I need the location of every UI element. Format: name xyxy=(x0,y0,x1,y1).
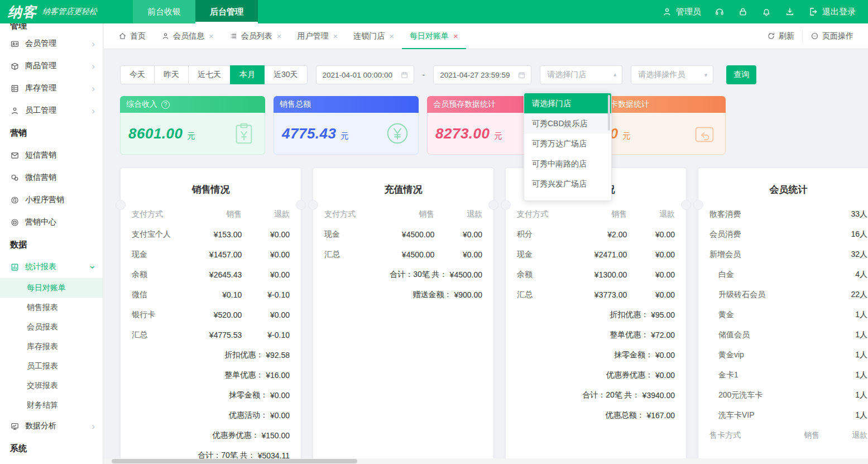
page-tab-label: 会员列表 xyxy=(241,31,272,41)
store-option[interactable]: 可秀中南路的店 xyxy=(524,154,611,174)
sidebar-item[interactable]: 小程序营销 xyxy=(0,189,103,211)
page-tab[interactable]: 会员列表 × xyxy=(222,23,290,49)
help-icon[interactable]: ? xyxy=(161,101,170,109)
sidebar-item[interactable]: 数据分析 xyxy=(0,415,103,437)
chevron-down-icon: ▾ xyxy=(704,71,708,79)
sidebar-item[interactable]: 交班报表 xyxy=(0,376,103,395)
page-tab[interactable]: 会员信息 × xyxy=(154,23,222,49)
member-stat-row: 新增会员 32人 xyxy=(709,245,867,265)
sidebar-item-label: 库存管理 xyxy=(25,83,56,93)
sidebar-item[interactable]: 数据 xyxy=(0,233,103,256)
sales-cell: ¥2471.00 xyxy=(572,250,627,259)
page-ops-button[interactable]: 页面操作 xyxy=(802,30,861,43)
close-icon[interactable]: × xyxy=(453,32,458,40)
stat-card-value: 8601.00 xyxy=(128,125,183,142)
sidebar-item[interactable]: 员工管理 xyxy=(0,99,103,122)
bell-icon[interactable] xyxy=(761,7,771,17)
member-stat-row: 黄金 1人 xyxy=(709,305,867,325)
column-header: 退款 xyxy=(819,430,867,441)
pay-method-cell: 积分 xyxy=(517,229,572,240)
sidebar-item[interactable]: 员工报表 xyxy=(0,356,103,376)
store-option[interactable]: 可秀兴发广场店 xyxy=(524,174,611,194)
stat-card-value: 8273.00 xyxy=(435,125,490,142)
date-to-input[interactable]: 2021-04-27 23:59:59 xyxy=(433,65,531,84)
quick-range-button[interactable]: 近30天 xyxy=(264,65,308,84)
panel-title: 充值情况 xyxy=(313,168,493,204)
download-icon[interactable] xyxy=(785,7,795,17)
store-option[interactable]: 请选择门店 xyxy=(524,93,611,113)
page-tab[interactable]: 首页 xyxy=(111,23,154,49)
sidebar-item-label: 销售报表 xyxy=(27,303,58,313)
operator-select[interactable]: 请选择操作员 ▾ xyxy=(631,65,713,84)
sidebar-item[interactable]: 系统 xyxy=(0,437,103,460)
report-panels: 销售情况 支付方式 销售 退款 支付宝个人 ¥153.00 xyxy=(120,168,687,464)
sidebar-item[interactable]: 统计报表 xyxy=(0,256,103,278)
sidebar-item[interactable]: 库存报表 xyxy=(0,337,103,356)
sms-icon xyxy=(10,151,20,160)
summary-value: ¥16.00 xyxy=(266,371,290,380)
summary-rows: 合计：30笔 共： ¥4500.00 赠送金额： ¥900.00 xyxy=(324,265,482,305)
logout-icon xyxy=(808,7,818,17)
sidebar-item[interactable]: 库存管理 xyxy=(0,77,103,99)
column-header: 销售 xyxy=(380,209,435,219)
goods-icon xyxy=(10,61,20,71)
close-icon[interactable]: × xyxy=(389,32,394,40)
user-name: 管理员 xyxy=(676,7,701,17)
refresh-icon xyxy=(767,32,775,40)
pay-method-cell: 现金 xyxy=(517,250,572,260)
sales-cell: ¥2645.43 xyxy=(187,270,242,279)
page-tab[interactable]: 每日对账单 × xyxy=(402,23,466,49)
sidebar-item[interactable]: 营销 xyxy=(0,122,103,144)
sidebar-item[interactable]: 会员管理 xyxy=(0,32,103,55)
sidebar-item[interactable]: 微信营销 xyxy=(0,166,103,189)
close-icon[interactable]: × xyxy=(209,32,214,40)
quick-range-button[interactable]: 近七天 xyxy=(188,65,231,84)
chevron-up-icon: ▾ xyxy=(613,71,617,79)
quick-range-button[interactable]: 昨天 xyxy=(154,65,189,84)
sidebar-item[interactable]: 销售报表 xyxy=(0,298,103,317)
column-header: 销售 xyxy=(572,209,627,219)
close-icon[interactable]: × xyxy=(277,32,282,40)
summary-label: 折扣优惠： xyxy=(610,310,649,320)
scrollbar-thumb[interactable] xyxy=(112,459,357,463)
logout-button[interactable]: 退出登录 xyxy=(808,7,856,17)
user-menu[interactable]: 管理员 xyxy=(662,7,701,17)
sidebar-item[interactable]: 商品管理 xyxy=(0,55,103,77)
date-from-input[interactable]: 2021-04-01 00:00:00 xyxy=(316,65,414,84)
stat-card-header: 综合收入 ? xyxy=(120,96,265,113)
headset-icon[interactable] xyxy=(714,7,725,17)
lock-icon[interactable] xyxy=(738,7,748,17)
refresh-button[interactable]: 刷新 xyxy=(759,30,802,43)
page-tab-label: 用户管理 xyxy=(298,31,329,41)
sidebar-item[interactable]: 管理 xyxy=(0,23,103,32)
summary-label: 合计：30笔 共： xyxy=(390,270,447,280)
page-tab-label: 连锁门店 xyxy=(353,31,385,41)
topnav-tab[interactable]: 前台收银 xyxy=(133,0,195,23)
sidebar-item[interactable]: 财务结算 xyxy=(0,395,103,415)
column-header: 售卡方式 xyxy=(709,430,765,441)
member-stat-label: 白金 xyxy=(709,270,855,280)
close-icon[interactable]: × xyxy=(333,32,338,40)
summary-label: 优惠券优惠： xyxy=(212,430,259,441)
sidebar-item[interactable]: 每日对账单 xyxy=(0,278,103,298)
report-panel: 销售情况 支付方式 销售 退款 支付宝个人 ¥153.00 xyxy=(120,168,301,464)
topnav-tab[interactable]: 后台管理 xyxy=(195,0,258,23)
store-option[interactable]: 可秀CBD娱乐店 xyxy=(524,113,611,133)
page-tab[interactable]: 连锁门店 × xyxy=(346,23,402,49)
sidebar-item-label: 每日对账单 xyxy=(27,283,66,293)
dropdown-scrollbar-thumb[interactable] xyxy=(608,95,610,131)
list-icon xyxy=(229,32,238,40)
sidebar-item[interactable]: 短信营销 xyxy=(0,144,103,166)
sidebar-item[interactable]: 营销中心 xyxy=(0,211,103,233)
store-option[interactable]: 可秀万达广场店 xyxy=(524,133,611,154)
summary-value: ¥900.00 xyxy=(454,290,482,299)
quick-range-button[interactable]: 本月 xyxy=(230,65,265,84)
sidebar-item[interactable]: 会员报表 xyxy=(0,317,103,337)
table-row: 汇总 ¥3773.00 ¥0.00 xyxy=(517,285,675,305)
sidebar-item-label: 财务结算 xyxy=(27,400,58,410)
page-tab[interactable]: 用户管理 × xyxy=(290,23,346,49)
store-select[interactable]: 请选择门店 ▾ xyxy=(540,65,622,84)
quick-range-button[interactable]: 今天 xyxy=(120,65,155,84)
table-header: 支付方式 销售 退款 xyxy=(517,204,675,224)
search-button[interactable]: 查询 xyxy=(726,65,756,84)
